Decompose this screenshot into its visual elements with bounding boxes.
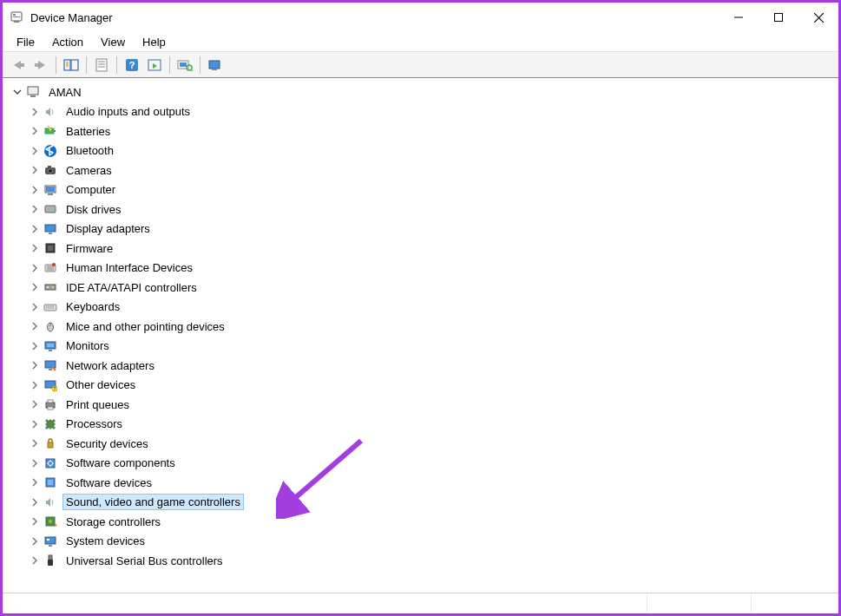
tree-item[interactable]: Computer [3,180,838,200]
tree-item[interactable]: IDE ATA/ATAPI controllers [3,278,838,298]
tree-item[interactable]: Display adapters [3,220,838,239]
tree-item-label: Other devices [63,377,138,392]
tree-item[interactable]: Human Interface Devices [3,259,838,279]
chevron-right-icon[interactable] [29,476,41,488]
chevron-right-icon[interactable] [29,535,41,547]
chevron-right-icon[interactable] [29,398,41,410]
menu-item-view[interactable]: View [92,34,134,50]
tree-item[interactable]: Storage controllers [3,512,838,532]
hid-icon [43,260,58,276]
chevron-right-icon[interactable] [29,145,41,157]
keyboard-icon [43,299,58,315]
chevron-right-icon[interactable] [29,437,41,449]
tree-item[interactable]: Security devices [3,434,838,454]
svg-rect-56 [47,344,54,347]
minimize-button[interactable] [719,3,759,32]
toolbar-separator [200,56,200,74]
tree-item[interactable]: Audio inputs and outputs [3,102,838,122]
chevron-right-icon[interactable] [29,301,41,313]
chevron-right-icon[interactable] [29,340,41,352]
tree-item[interactable]: Monitors [3,337,838,357]
tree-item[interactable]: Print queues [3,395,838,415]
status-cell [3,593,647,613]
toolbar-scan-hardware-button[interactable] [174,55,195,75]
toolbar-forward-button[interactable] [30,55,51,75]
chevron-right-icon[interactable] [29,418,41,430]
tree-item-label: Human Interface Devices [63,260,195,275]
menu-item-action[interactable]: Action [43,34,92,50]
computer-icon [43,182,58,198]
tree-item-label: Mice and other pointing devices [63,319,227,334]
tree-item[interactable]: Cameras [3,161,838,180]
svg-rect-1 [13,14,16,16]
chevron-right-icon[interactable] [29,554,41,567]
chevron-right-icon[interactable] [29,496,41,508]
svg-rect-15 [96,59,107,71]
toolbar-help-button[interactable]: ? [122,55,142,75]
tree-item[interactable]: Bluetooth [3,141,838,161]
tree-item[interactable]: ?Other devices [3,376,838,396]
chevron-right-icon[interactable] [29,281,41,293]
other-icon: ? [43,377,58,393]
tree-item[interactable]: Software components [3,454,838,474]
chevron-right-icon[interactable] [29,320,41,332]
svg-rect-31 [30,95,36,97]
security-icon [43,436,58,451]
tree-root-node[interactable]: AMAN [3,82,838,102]
toolbar-show-hide-console-button[interactable] [61,55,82,75]
tree-item-label: Cameras [63,163,115,178]
chevron-right-icon[interactable] [29,262,41,274]
svg-marker-22 [153,63,157,69]
tree-item[interactable]: Sound, video and game controllers [3,493,838,513]
tree-item[interactable]: Batteries [3,121,838,141]
device-tree[interactable]: AMAN Audio inputs and outputsBatteriesBl… [3,79,838,593]
chevron-right-icon[interactable] [29,515,41,528]
status-cell [752,593,838,613]
tree-item[interactable]: Software devices [3,473,838,493]
toolbar-properties-button[interactable] [91,55,112,75]
chevron-right-icon[interactable] [29,359,41,371]
chevron-right-icon[interactable] [29,125,41,137]
chevron-right-icon[interactable] [29,379,41,391]
chevron-right-icon[interactable] [29,242,41,254]
tree-item-label: Computer [63,182,118,197]
menu-item-file[interactable]: File [8,34,43,50]
chevron-right-icon[interactable] [29,184,41,196]
tree-item[interactable]: System devices [3,532,838,552]
svg-rect-30 [29,88,37,94]
tree-item[interactable]: Firmware [3,239,838,259]
svg-rect-40 [48,193,53,195]
svg-rect-5 [775,14,783,22]
chevron-down-icon[interactable] [11,86,23,98]
tree-item[interactable]: Disk drives [3,200,838,220]
svg-rect-75 [49,545,52,547]
svg-point-51 [52,286,54,288]
chevron-right-icon[interactable] [29,457,41,469]
tree-item[interactable]: Network adapters [3,356,838,376]
menu-item-help[interactable]: Help [134,34,174,50]
toolbar-actions-button[interactable] [144,55,165,75]
tree-item[interactable]: Mice and other pointing devices [3,317,838,337]
maximize-button[interactable] [759,3,798,32]
toolbar-back-button[interactable] [8,55,29,75]
tree-item-label: Universal Serial Bus controllers [63,554,226,568]
close-button[interactable] [798,3,838,32]
svg-rect-3 [14,21,19,23]
tree-item-label: Security devices [63,436,151,451]
toolbar-separator [169,56,170,74]
svg-rect-46 [48,246,53,251]
tree-item-label: Software components [63,455,178,470]
svg-rect-57 [49,350,52,351]
tree-item[interactable]: Processors [3,415,838,435]
tree-item-label: Firmware [63,241,115,256]
chevron-right-icon[interactable] [29,106,41,118]
tree-item[interactable]: Keyboards [3,298,838,318]
svg-rect-44 [49,233,52,234]
chevron-right-icon[interactable] [29,164,41,176]
toolbar-add-hardware-button[interactable] [205,55,226,75]
chevron-right-icon[interactable] [29,223,41,235]
chevron-right-icon[interactable] [29,203,41,215]
tree-root-label: AMAN [46,85,84,100]
firmware-icon [43,240,58,256]
tree-item[interactable]: Universal Serial Bus controllers [3,551,838,571]
